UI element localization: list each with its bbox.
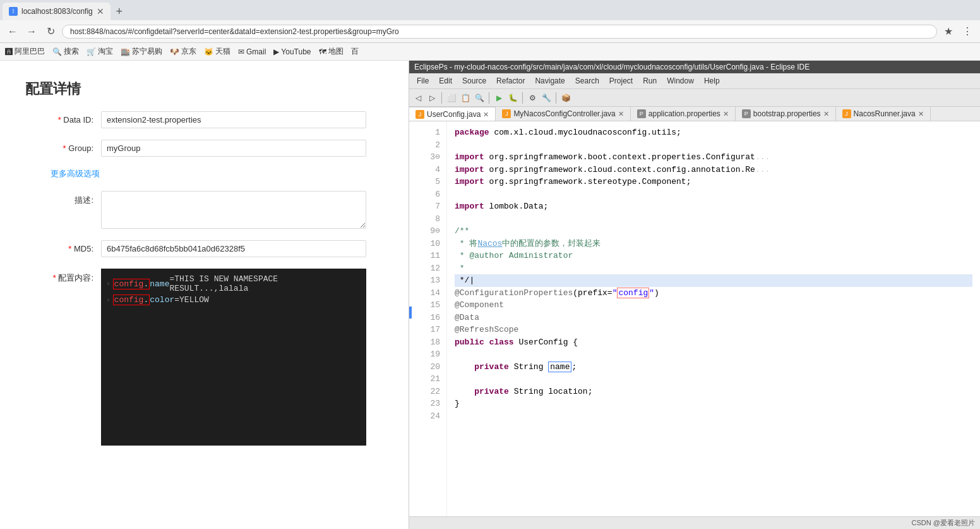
ln-5: 5 [421, 176, 444, 188]
ln-14: 14 [421, 287, 444, 300]
menu-search[interactable]: Search [570, 75, 604, 87]
ln-19: 19 [421, 348, 444, 361]
bookmarks-bar: 🅰阿里巴巴 🔍搜索 🛒淘宝 🏬苏宁易购 🐶京东 🐱天猫 ✉Gmail ▶YouT… [0, 43, 980, 61]
group-input[interactable] [101, 140, 366, 157]
desc-textarea[interactable] [101, 191, 366, 229]
ln-4: 4 [421, 164, 444, 176]
tab-bootstrap-properties[interactable]: P bootstrap.properties ✕ [736, 107, 836, 121]
menu-file[interactable]: File [412, 75, 434, 87]
toolbar-debug[interactable]: 🐛 [506, 92, 519, 104]
toolbar-btn-3[interactable]: ⬜ [445, 92, 458, 104]
bookmark-taobao[interactable]: 🛒淘宝 [87, 46, 113, 57]
menu-source[interactable]: Source [457, 75, 491, 87]
menu-edit[interactable]: Edit [434, 75, 457, 87]
bookmark-tianmao-label: 天猫 [215, 46, 230, 57]
toolbar-btn-1[interactable]: ◁ [412, 92, 424, 104]
forward-button[interactable]: → [24, 24, 39, 39]
toolbar-btn-6[interactable]: ⚙ [526, 92, 539, 104]
group-label: Group: [25, 140, 101, 153]
application-properties-icon: P [637, 109, 646, 118]
config-line-1: › config.name=THIS IS NEW NAMESPACE RESU… [106, 274, 361, 294]
gutter-5 [409, 171, 415, 183]
tab-close-button[interactable]: ✕ [97, 6, 104, 16]
ln-11: 11 [421, 250, 444, 262]
tab-nacosrunner-label: NacosRunner.java [854, 109, 916, 118]
ln-6: 6 [421, 188, 444, 201]
config-content-editor[interactable]: › config.name=THIS IS NEW NAMESPACE RESU… [101, 269, 366, 446]
ln-2: 2 [421, 139, 444, 152]
bookmark-button[interactable]: ★ [941, 24, 956, 39]
toolbar-btn-8[interactable]: 📦 [559, 92, 572, 104]
config-line-marker-2: › [106, 296, 111, 304]
nacos-body: 配置详情 Data ID: Group: 更多高级选项 描述: [0, 61, 409, 529]
code-line-7: import lombok.Data; [455, 200, 972, 213]
address-bar[interactable]: host:8848/nacos/#/configdetail?serverId=… [62, 25, 937, 39]
bookmark-jd-label: 京东 [181, 46, 196, 57]
data-id-row: Data ID: [25, 111, 383, 128]
bookmark-tianmao[interactable]: 🐱天猫 [204, 46, 230, 57]
nacosrunner-icon: J [842, 109, 851, 118]
alibaba-icon: 🅰 [5, 47, 13, 56]
config-key-prefix-1: config [114, 279, 144, 289]
back-button[interactable]: ← [5, 24, 20, 39]
bookmark-gmail[interactable]: ✉Gmail [238, 47, 266, 56]
tab-nacosrunner[interactable]: J NacosRunner.java ✕ [836, 107, 931, 121]
gutter-15 [409, 294, 415, 307]
toolbar-btn-4[interactable]: 📋 [459, 92, 472, 104]
tab-application-properties-label: application.properties [648, 109, 720, 118]
bookmark-baidu[interactable]: 百 [351, 46, 359, 57]
new-tab-button[interactable]: + [111, 3, 128, 20]
toolbar-btn-7[interactable]: 🔧 [540, 92, 553, 104]
tab-application-properties[interactable]: P application.properties ✕ [631, 107, 736, 121]
bookmark-youtube-label: YouTube [281, 47, 311, 56]
main-area: 配置详情 Data ID: Group: 更多高级选项 描述: [0, 61, 980, 529]
tab-application-properties-close[interactable]: ✕ [723, 110, 729, 118]
tab-userconfig[interactable]: J UserConfig.java ✕ [409, 107, 496, 121]
bookmark-jd[interactable]: 🐶京东 [170, 46, 196, 57]
userconfig-icon: J [415, 110, 424, 119]
code-line-16: @Data [455, 312, 972, 324]
md5-input[interactable] [101, 240, 366, 257]
mynacosconfigcontroller-icon: J [502, 109, 511, 118]
menu-button[interactable]: ⋮ [960, 24, 975, 39]
bookmark-suning[interactable]: 🏬苏宁易购 [121, 46, 162, 57]
bookmark-alibaba[interactable]: 🅰阿里巴巴 [5, 46, 45, 57]
tab-userconfig-close[interactable]: ✕ [483, 111, 489, 119]
bookmark-search[interactable]: 🔍搜索 [52, 46, 79, 57]
tab-nacosrunner-close[interactable]: ✕ [918, 110, 924, 118]
gutter-18 [409, 331, 415, 344]
ln-1: 1 [421, 126, 444, 139]
tab-mynacosconfigcontroller[interactable]: J MyNacosConfigController.java ✕ [496, 107, 630, 121]
code-line-5: import org.springframework.stereotype.Co… [455, 176, 972, 188]
code-line-2 [455, 139, 972, 152]
toolbar-btn-5[interactable]: 🔍 [473, 92, 486, 104]
suning-icon: 🏬 [121, 47, 130, 56]
ln-16: 16 [421, 312, 444, 324]
code-line-22: private String location; [455, 386, 972, 398]
browser-tab[interactable]: l localhost:8083/config ✕ [3, 3, 111, 20]
menu-run[interactable]: Run [638, 75, 662, 87]
toolbar-run[interactable]: ▶ [493, 92, 505, 104]
tab-userconfig-label: UserConfig.java [427, 110, 481, 119]
youtube-icon: ▶ [273, 47, 279, 56]
toolbar-btn-2[interactable]: ▷ [426, 92, 438, 104]
more-options-link[interactable]: 更多高级选项 [51, 168, 383, 179]
tab-bootstrap-properties-close[interactable]: ✕ [823, 110, 829, 118]
menu-window[interactable]: Window [662, 75, 699, 87]
reload-button[interactable]: ↻ [43, 24, 58, 39]
menu-project[interactable]: Project [604, 75, 638, 87]
code-line-10: * 将Nacos中的配置的参数，封装起来 [455, 238, 972, 250]
menu-help[interactable]: Help [699, 75, 725, 87]
data-id-input[interactable] [101, 111, 366, 128]
menu-navigate[interactable]: Navigate [530, 75, 570, 87]
code-content[interactable]: package com.xl.cloud.mycloudnacosconfig.… [447, 121, 980, 516]
eclipse-title-text: EclipsePs - my-cloud-nacos-config/src/ma… [414, 63, 810, 71]
menu-refactor[interactable]: Refactor [491, 75, 530, 87]
code-line-9: /** [455, 225, 972, 238]
tab-bar: l localhost:8083/config ✕ + [0, 0, 980, 20]
tab-mynacosconfigcontroller-close[interactable]: ✕ [618, 110, 624, 118]
bookmark-alibaba-label: 阿里巴巴 [15, 46, 45, 57]
bookmark-youtube[interactable]: ▶YouTube [273, 47, 311, 56]
bookmark-maps[interactable]: 🗺地图 [319, 46, 344, 57]
data-id-label: Data ID: [25, 111, 101, 125]
